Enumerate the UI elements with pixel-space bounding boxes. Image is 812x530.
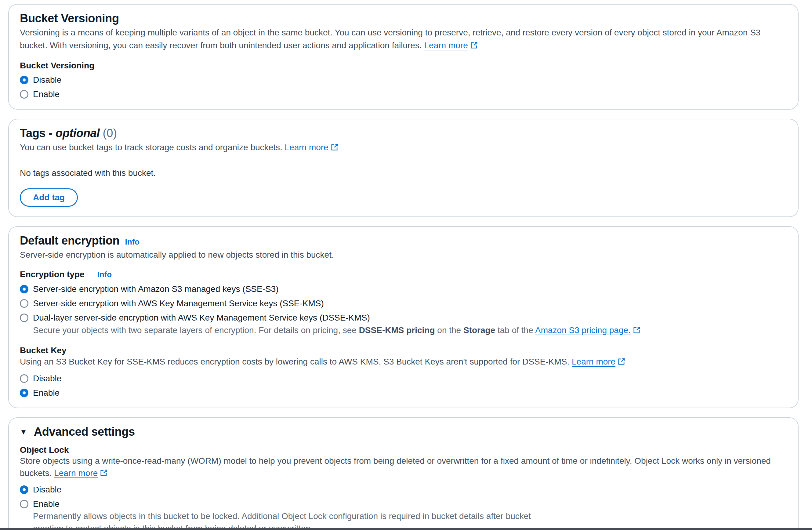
external-link-icon xyxy=(618,356,625,369)
encryption-type-label: Encryption type xyxy=(20,270,85,280)
bucket-key-label: Bucket Key xyxy=(20,346,786,355)
bucket-key-learn-more-link[interactable]: Learn more xyxy=(572,357,625,367)
object-lock-learn-more-link[interactable]: Learn more xyxy=(54,468,108,478)
advanced-settings-card: ▼ Advanced settings Object Lock Store ob… xyxy=(8,417,799,530)
versioning-enable-option[interactable]: Enable xyxy=(20,89,59,99)
label-divider xyxy=(91,269,91,280)
versioning-enable-label: Enable xyxy=(33,89,59,99)
bucket-key-disable-option[interactable]: Disable xyxy=(20,374,61,384)
default-encryption-title: Default encryption xyxy=(20,234,119,247)
dsse-kms-note: Secure your objects with two separate la… xyxy=(33,324,786,338)
tags-learn-more-link[interactable]: Learn more xyxy=(285,143,338,152)
bucket-key-enable-radio[interactable] xyxy=(20,389,28,397)
bucket-key-disable-label: Disable xyxy=(33,374,61,384)
external-link-icon xyxy=(633,325,641,338)
object-lock-enable-radio[interactable] xyxy=(20,500,28,508)
bucket-key-disable-radio[interactable] xyxy=(20,374,28,383)
tags-title: Tags - optional (0) xyxy=(20,127,117,140)
tags-card: Tags - optional (0) You can use bucket t… xyxy=(8,119,799,217)
encryption-sse-kms-option[interactable]: Server-side encryption with AWS Key Mana… xyxy=(20,299,324,309)
default-encryption-description: Server-side encryption is automatically … xyxy=(20,248,786,261)
bucket-versioning-card: Bucket Versioning Versioning is a means … xyxy=(8,4,799,110)
object-lock-disable-option[interactable]: Disable xyxy=(20,485,61,495)
bucket-key-enable-label: Enable xyxy=(33,388,59,398)
encryption-sse-s3-label: Server-side encryption with Amazon S3 ma… xyxy=(33,284,279,294)
tags-title-optional: optional xyxy=(56,127,100,140)
default-encryption-info-link[interactable]: Info xyxy=(125,237,140,247)
external-link-icon xyxy=(331,142,338,155)
encryption-dsse-kms-option[interactable]: Dual-layer server-side encryption with A… xyxy=(20,313,370,323)
object-lock-enable-option[interactable]: Enable xyxy=(20,499,59,509)
s3-pricing-page-link[interactable]: Amazon S3 pricing page. xyxy=(535,326,641,335)
encryption-dsse-kms-label: Dual-layer server-side encryption with A… xyxy=(33,313,370,323)
caret-down-icon: ▼ xyxy=(20,428,27,436)
advanced-settings-title: Advanced settings xyxy=(34,425,135,439)
versioning-disable-label: Disable xyxy=(33,75,61,85)
encryption-sse-s3-option[interactable]: Server-side encryption with Amazon S3 ma… xyxy=(20,284,279,294)
encryption-type-info-link[interactable]: Info xyxy=(97,270,112,280)
encryption-dsse-kms-radio[interactable] xyxy=(20,314,28,322)
object-lock-disable-label: Disable xyxy=(33,485,61,495)
bucket-versioning-title: Bucket Versioning xyxy=(20,12,119,25)
bucket-versioning-learn-more-link[interactable]: Learn more xyxy=(424,41,478,50)
versioning-enable-radio[interactable] xyxy=(20,90,28,99)
bucket-key-description: Using an S3 Bucket Key for SSE-KMS reduc… xyxy=(20,355,786,369)
external-link-icon xyxy=(100,468,108,480)
external-link-icon xyxy=(470,40,478,53)
bucket-versioning-field-label: Bucket Versioning xyxy=(20,61,786,71)
advanced-settings-header[interactable]: ▼ Advanced settings xyxy=(20,425,786,439)
encryption-sse-s3-radio[interactable] xyxy=(20,285,28,293)
versioning-disable-radio[interactable] xyxy=(20,76,28,84)
versioning-disable-option[interactable]: Disable xyxy=(20,75,61,85)
add-tag-button[interactable]: Add tag xyxy=(20,188,78,207)
tags-count: (0) xyxy=(103,127,117,140)
no-tags-message: No tags associated with this bucket. xyxy=(20,168,786,178)
object-lock-disable-radio[interactable] xyxy=(20,485,28,494)
encryption-sse-kms-label: Server-side encryption with AWS Key Mana… xyxy=(33,299,324,309)
bucket-key-enable-option[interactable]: Enable xyxy=(20,388,59,398)
create-bucket-settings-page: Bucket Versioning Versioning is a means … xyxy=(0,0,812,530)
object-lock-label: Object Lock xyxy=(20,445,786,455)
page-bottom-divider xyxy=(0,528,812,530)
dsse-pricing-bold: DSSE-KMS pricing xyxy=(359,326,435,335)
object-lock-enable-note: Permanently allows objects in this bucke… xyxy=(33,510,552,530)
object-lock-description: Store objects using a write-once-read-ma… xyxy=(20,455,786,480)
encryption-sse-kms-radio[interactable] xyxy=(20,299,28,308)
tags-description: You can use bucket tags to track storage… xyxy=(20,141,786,155)
bucket-versioning-description: Versioning is a means of keeping multipl… xyxy=(20,26,786,53)
default-encryption-card: Default encryption Info Server-side encr… xyxy=(8,226,799,408)
storage-tab-bold: Storage xyxy=(463,326,495,335)
object-lock-enable-label: Enable xyxy=(33,499,59,509)
